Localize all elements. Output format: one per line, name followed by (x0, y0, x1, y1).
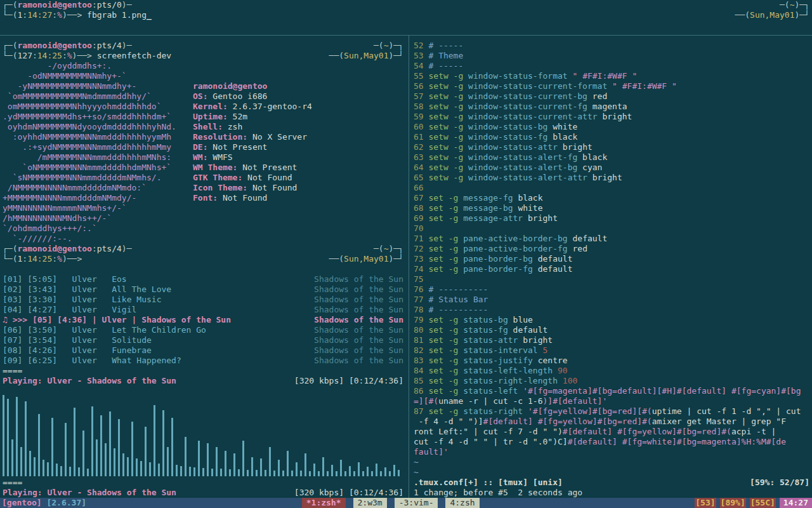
text-segment: [08] [4:26] Ulver Funebrae (3, 345, 152, 356)
text-token: black (577, 152, 607, 162)
text-token: # ----- (428, 41, 463, 50)
text-segment: Kernel: 2.6.37-gentoo-r4 (193, 102, 312, 112)
text-token: pts/4 (97, 244, 122, 253)
text-segment: 56 setw -g window-status-current-format … (414, 81, 677, 91)
text-segment: fault]' (414, 447, 449, 457)
text-token: bright (518, 335, 553, 345)
playlist-row[interactable]: [02] [3:43] Ulver All The LoveShadows of… (0, 284, 406, 295)
vim-message-line: 1 change; before #5 2 seconds ago (411, 488, 812, 498)
vim-line: 79 set -g status-bg blue (411, 315, 812, 325)
vim-line: ~ (411, 467, 812, 478)
spectrum-bar (167, 447, 169, 476)
text-segment: WM: WMFS (193, 152, 233, 163)
text-token: `/ohdmmddhys+++/:.` (3, 224, 97, 233)
pane-border-horizontal[interactable] (0, 35, 812, 36)
text-token: cut -f 4 -d " " | tr -d ".0")C] (414, 437, 568, 446)
text-token: status-interval (463, 345, 537, 355)
text-token: 54 (414, 61, 428, 70)
shell-prompt-row: ┌─(ramonoid@gentoo:pts/4)──(~)─┐ (0, 41, 406, 51)
spectrum-bar (122, 453, 124, 476)
text-segment: =][#(uname -r | cut -c 1-6)]#[default]' (414, 396, 607, 406)
text-token: 72 (414, 244, 428, 253)
playlist-row[interactable]: [09] [6:25] Ulver What Happened?Shadows … (0, 356, 406, 366)
text-segment: ♫ >>> [05] [4:36] | Ulver | Shadows of t… (3, 315, 231, 325)
vim-line: 65 setw -g window-status-alert-attr brig… (411, 173, 812, 183)
vim-line: ~ (411, 457, 812, 467)
text-token: : (22, 10, 27, 20)
playlist-row[interactable]: [04] [4:27] Ulver VigilShadows of the Su… (0, 305, 406, 315)
text-token: set -g (428, 345, 463, 355)
text-token: No X Server (247, 132, 307, 142)
playlist-row[interactable]: [01] [5:05] Ulver EosShadows of the Sun (0, 274, 406, 284)
text-token: ramonoid@gentoo (193, 81, 267, 91)
pane-border-vertical[interactable] (409, 36, 409, 498)
spectrum-bar (300, 471, 302, 476)
text-token: [04] [4:27] Ulver Vigil (3, 305, 136, 314)
spectrum-bar (376, 464, 377, 476)
text-token: 65 (414, 173, 428, 182)
text-segment: -f 4 -d " ")]#[default] #[fg=yellow]#[bg… (414, 417, 786, 427)
tmux-terminal-screen: ┌─(ramonoid@gentoo:pts/0)──(~)─┐└─(1:14:… (0, 0, 812, 508)
playlist-row[interactable]: [03] [3:30] Ulver Like MusicShadows of t… (0, 295, 406, 305)
text-segment: DE: Not Present (193, 142, 267, 152)
text-segment: Resolution: No X Server (193, 132, 307, 142)
vim-line: 66 (411, 183, 812, 193)
text-token: └─( (3, 51, 17, 60)
text-token: ~ (414, 457, 419, 467)
spectrum-bar (171, 418, 173, 476)
vim-line: 64 setw -g window-status-alert-bg cyan (411, 163, 812, 173)
text-segment: 68 set -g message-bg white (414, 203, 543, 213)
text-token: _ (147, 10, 152, 20)
text-token: Gentoo i686 (207, 91, 267, 101)
text-segment: 70 (414, 224, 428, 234)
vim-line: 78 # ---------- (411, 305, 812, 315)
status-hostname: [gentoo] (2, 498, 42, 507)
shell-prompt-row: └─(127:14:25:%)──> screenfetch-dev──(Sun… (0, 51, 406, 61)
text-token: WM Theme: (193, 163, 237, 172)
text-segment: 54 # ----- (414, 61, 463, 71)
text-token: set -g (428, 234, 463, 243)
text-segment: 63 setw -g window-status-alert-fg black (414, 152, 607, 163)
text-segment: 80 set -g status-fg default (414, 325, 547, 335)
text-token: Resolution: (193, 132, 247, 142)
spectrum-bar (202, 468, 204, 476)
text-token: WMFS (207, 152, 232, 162)
window-tab-4zsh[interactable]: 4:zsh (445, 498, 479, 508)
window-tab-3vim[interactable]: -3:vim- (395, 498, 438, 508)
playlist-row[interactable]: [06] [3:50] Ulver Let The Children GoSha… (0, 325, 406, 335)
spectrum-bar (74, 408, 75, 476)
spectrum-bar (118, 419, 120, 476)
vim-line: 60 setw -g window-status-bg white (411, 122, 812, 132)
playlist-row-current[interactable]: ♫ >>> [05] [4:36] | Ulver | Shadows of t… (0, 315, 406, 325)
text-token: status-attr (463, 335, 518, 345)
window-tab-1zsh[interactable]: *1:zsh* (302, 498, 346, 508)
text-segment: 64 setw -g window-status-alert-bg cyan (414, 163, 602, 173)
text-segment: 78 # ---------- (414, 305, 488, 315)
status-indicator: [55C] (750, 498, 776, 508)
text-token: set -g (428, 315, 463, 324)
playlist-row[interactable]: [08] [4:26] Ulver FunebraeShadows of the… (0, 345, 406, 356)
player-progress-row: ==== (0, 478, 406, 488)
text-segment: Shadows of the Sun (314, 315, 403, 325)
window-tab-2w3m[interactable]: 2:w3m (353, 498, 387, 508)
status-right: [53][89%][55C] 14:27 (695, 498, 812, 508)
spectrum-bar (371, 471, 373, 476)
text-token: 83 (414, 356, 428, 365)
text-segment: 60 setw -g window-status-bg white (414, 122, 577, 132)
text-token: zsh (223, 122, 242, 131)
text-token: red (568, 244, 587, 253)
text-token: 100 (563, 376, 577, 385)
vim-line: 63 setw -g window-status-alert-fg black (411, 152, 812, 163)
text-token: # Status Bar (428, 295, 488, 304)
spectrum-bar (25, 401, 27, 476)
text-token: % (57, 10, 62, 20)
text-segment: ront Left:" | cut -f 7 -d " ")#[default]… (414, 427, 781, 437)
text-token: ┌─( (3, 41, 17, 50)
text-token: set -g (428, 325, 463, 335)
text-segment: 65 setw -g window-status-alert-attr brig… (414, 173, 622, 183)
playlist-row[interactable]: [07] [3:54] Ulver SolitudeShadows of the… (0, 335, 406, 345)
text-token: default (568, 234, 608, 243)
text-token: set -g (428, 244, 463, 253)
spectrum-bar (3, 395, 4, 476)
sysinfo-line: Kernel: 2.6.37-gentoo-r4 (0, 102, 406, 112)
